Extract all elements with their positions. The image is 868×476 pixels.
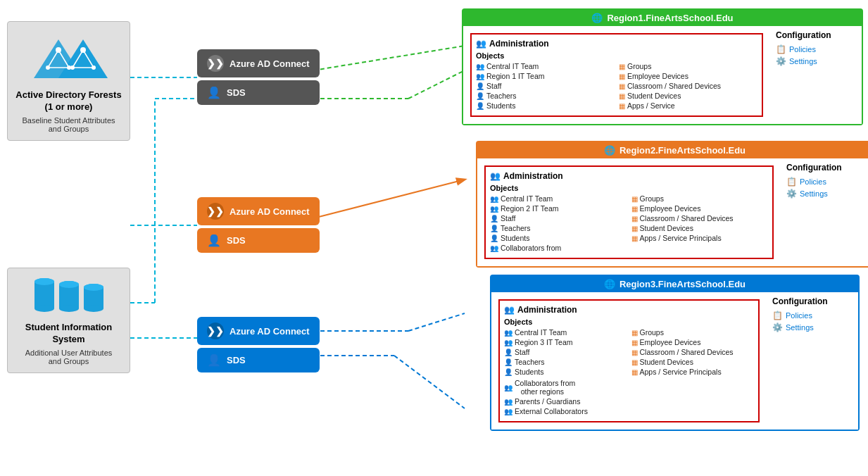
- svg-rect-33: [59, 284, 79, 308]
- svg-line-8: [408, 70, 465, 99]
- obj-icon: 👤: [504, 358, 512, 366]
- region-2-admin: 👥 Administration Objects 👥 Central IT Te…: [484, 165, 774, 259]
- region-1-resources: ▦ Groups ▦ Employee Devices ▦ Classroom …: [619, 51, 757, 111]
- policies-icon-3: 📋: [772, 311, 783, 320]
- res-icon: ▦: [631, 225, 638, 232]
- region-1-panel: 🌐 Region1.FineArtsSchool.Edu 👥 Administr…: [462, 8, 863, 125]
- obj-item: 👥 External Collaborators: [504, 407, 627, 415]
- res-item: ▦ Employee Devices: [631, 204, 769, 213]
- svg-rect-29: [34, 282, 54, 308]
- config-policies-1: 📋 Policies: [776, 44, 856, 54]
- obj-item: 👤 Students: [504, 368, 627, 376]
- sis-box: Student InformationSystem Additional Use…: [7, 268, 130, 373]
- res-icon: ▦: [631, 195, 638, 203]
- svg-line-6: [313, 46, 465, 70]
- obj-icon: 👤: [504, 349, 512, 356]
- res-icon: ▦: [631, 234, 638, 242]
- res-icon: ▦: [631, 358, 638, 366]
- region-3-config: Configuration 📋 Policies ⚙️ Settings: [767, 292, 858, 430]
- obj-item: 👤 Teachers: [476, 92, 615, 100]
- obj-item: 👤 Students: [490, 234, 627, 242]
- region-1-config-title: Configuration: [776, 30, 856, 40]
- region-3-admin: 👥 Administration Objects 👥 Central IT Te…: [498, 299, 760, 422]
- policies-icon-1: 📋: [776, 44, 786, 54]
- azure-arrow-icon-2: ❯❯: [207, 203, 224, 220]
- res-item: ▦ Groups: [631, 328, 755, 337]
- obj-icon: 👥: [504, 329, 512, 337]
- obj-icon: 👤: [490, 225, 498, 232]
- region-1-globe-icon: 🌐: [591, 13, 603, 23]
- sds-label-3: SDS: [227, 355, 246, 365]
- res-item: ▦ Student Devices: [631, 358, 755, 366]
- region-1-body: 👥 Administration Objects 👥 Central IT Te…: [463, 26, 862, 124]
- svg-point-34: [59, 305, 79, 312]
- svg-line-9: [313, 180, 465, 218]
- obj-icon: 👤: [490, 215, 498, 223]
- sds-person-icon-3: 👤: [207, 353, 221, 367]
- region-2-header: 🌐 Region2.FineArtsSchool.Edu: [477, 142, 868, 158]
- res-item: ▦ Employee Devices: [631, 338, 755, 346]
- region-1-header: 🌐 Region1.FineArtsSchool.Edu: [463, 10, 862, 26]
- obj-icon: 👥: [476, 63, 484, 70]
- res-icon: ▦: [631, 368, 638, 376]
- obj-item: 👥 Central IT Team: [476, 62, 615, 70]
- policies-icon-2: 📋: [786, 177, 797, 187]
- config-settings-1: ⚙️ Settings: [776, 56, 856, 66]
- res-item: ▦ Student Devices: [619, 92, 757, 100]
- region-3-admin-title: Administration: [517, 305, 577, 315]
- region-2-globe-icon: 🌐: [604, 145, 615, 156]
- left-panel: Active Directory Forests (1 or more) Bas…: [7, 21, 130, 373]
- obj-icon: 👥: [490, 205, 498, 213]
- region-2-config-title: Configuration: [786, 163, 867, 173]
- region-2-objects: Objects 👥 Central IT Team 👥 Region 2 IT …: [490, 184, 627, 253]
- obj-icon: 👥: [504, 384, 512, 392]
- obj-item: 👥 Region 1 IT Team: [476, 72, 615, 80]
- ad-forests-title: Active Directory Forests (1 or more): [15, 89, 122, 113]
- region-3-config-title: Configuration: [772, 296, 853, 306]
- res-icon: ▦: [631, 329, 638, 337]
- azure-connect-1: ❯❯ Azure AD Connect: [197, 49, 320, 77]
- obj-item: 👤 Staff: [476, 82, 615, 90]
- region-3-panel: 🌐 Region3.FineArtsSchool.Edu 👥 Administr…: [490, 275, 860, 431]
- region-2-body: 👥 Administration Objects 👥 Central IT Te…: [477, 158, 868, 266]
- obj-item: 👥 Region 3 IT Team: [504, 338, 627, 346]
- res-item: ▦ Apps / Service Principals: [631, 234, 769, 242]
- obj-item: 👤 Students: [476, 101, 615, 110]
- settings-icon-1: ⚙️: [776, 56, 786, 66]
- res-item: ▦ Apps / Service Principals: [631, 368, 755, 376]
- sis-subtitle: Additional User Attributesand Groups: [15, 349, 122, 365]
- obj-icon: 👥: [490, 195, 498, 203]
- svg-point-39: [84, 284, 103, 291]
- svg-point-38: [84, 305, 103, 312]
- sds-3: 👤 SDS: [197, 348, 320, 372]
- settings-icon-2: ⚙️: [786, 189, 797, 199]
- obj-icon: 👥: [476, 73, 484, 80]
- obj-item: 👤 Staff: [504, 348, 627, 356]
- region-1-admin-title: Administration: [489, 39, 549, 49]
- obj-icon: 👤: [476, 92, 484, 100]
- sis-graphic: [30, 272, 108, 318]
- res-icon: ▦: [631, 205, 638, 213]
- svg-point-35: [59, 281, 79, 288]
- res-icon: ▦: [619, 92, 625, 100]
- obj-icon: 👤: [504, 368, 512, 376]
- sds-person-icon-2: 👤: [207, 234, 221, 247]
- obj-icon: 👤: [476, 82, 484, 90]
- obj-item: 👤 Staff: [490, 214, 627, 223]
- svg-line-13: [394, 356, 465, 408]
- res-icon: ▦: [619, 63, 625, 70]
- svg-point-31: [34, 278, 54, 285]
- obj-item: 👥 Collaborators from other regions: [504, 379, 627, 396]
- res-item: ▦ Classroom / Shared Devices: [619, 82, 757, 90]
- obj-item: 👥 Region 2 IT Team: [490, 204, 627, 213]
- region-2-config: Configuration 📋 Policies ⚙️ Settings: [781, 158, 868, 266]
- obj-icon: 👥: [504, 408, 512, 415]
- res-icon: ▦: [631, 349, 638, 356]
- svg-point-30: [34, 305, 54, 312]
- region-3-body: 👥 Administration Objects 👥 Central IT Te…: [491, 292, 858, 430]
- sds-2: 👤 SDS: [197, 228, 320, 253]
- azure-connect-3: ❯❯ Azure AD Connect: [197, 317, 320, 345]
- azure-connect-label-2: Azure AD Connect: [229, 206, 310, 217]
- azure-connect-label-3: Azure AD Connect: [229, 326, 310, 337]
- obj-item: 👥 Parents / Guardians: [504, 397, 627, 406]
